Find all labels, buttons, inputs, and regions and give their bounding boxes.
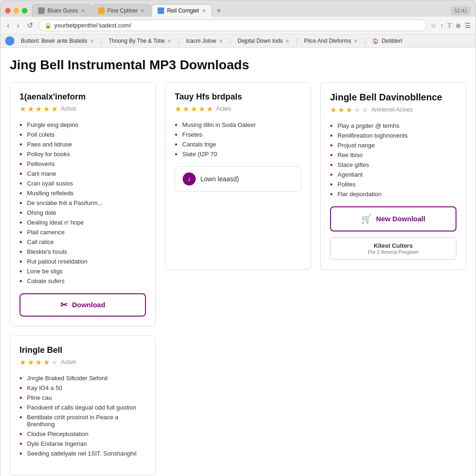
tab-3-close[interactable]: ✕ [202,8,206,14]
star-3: ★ [346,106,352,114]
bookmark-1[interactable]: Buttenl: Bewir ante Biateils ✕ [17,36,98,46]
card-4-stars: ★ ★ ★ ★ ★ Aclom [20,358,146,367]
divider-2: | [178,37,179,45]
twitter-icon[interactable]: 𝕋 [447,22,452,29]
list-item: Musing tillin in Soda Oaleer [175,120,301,130]
tab-1-label: Blues Gures [47,7,78,14]
divider-3: | [229,37,231,45]
list-item: Lone be sligs [20,266,146,276]
tab-1-close[interactable]: ✕ [81,8,85,14]
card-2-stars: ★ ★ ★ ★ ★ Achos [20,105,146,113]
bookmark-2-close[interactable]: ✕ [167,39,171,44]
list-item: Stace giftes [330,160,456,170]
list-item: Cran oyail susios [20,178,146,188]
list-item: Jnrgle Braked Sificider Sefonil [20,373,146,383]
tab-1[interactable]: Blues Gures ✕ [32,4,91,17]
address-bar[interactable]: 🔒 yourbetppenthei'sadest.com/ [39,20,427,31]
list-item: Polloy for books [20,149,146,159]
card-1: Tauy Hfs brdpals ★ ★ ★ ★ ★ Aclies Musing… [165,82,311,270]
lown-icon: ♪ [183,172,196,185]
nav-icons: ☆ ↑ 𝕋 ⊕ ☰ [430,22,471,29]
bookmark-1-close[interactable]: ✕ [90,39,94,44]
star-5: ★ [206,105,213,113]
tabs-bar: Blues Gures ✕ Fine Cptiner ✕ Reil Comgie… [32,4,447,17]
refresh-button[interactable]: ↺ [25,20,35,31]
list-item: Agenliant [330,170,456,179]
tab-3[interactable]: Reil Comgiet ✕ [152,4,212,17]
menu-icon[interactable]: ☰ [465,22,471,29]
maximize-button[interactable] [22,8,27,13]
bookmark-3[interactable]: Icacni Jolow ✕ [182,36,226,46]
card-2: 1(aenalx'ineform ★ ★ ★ ★ ★ Achos Fuirgle… [10,82,156,326]
browser-logo [5,36,14,46]
tab-2-close[interactable]: ✕ [140,8,145,14]
list-item: Ree lbiso [330,150,456,160]
close-button[interactable] [5,8,11,13]
minimize-button[interactable] [13,8,19,13]
secondary-action-label: Kllest Culters [374,242,413,249]
star-2: ★ [27,358,34,367]
secondary-action-button[interactable]: Kllest Culters Fhr 2 Ameria Pregiwer [330,237,456,260]
star-5: ★ [51,358,58,367]
list-item: Clodse Pleceptuslation [20,429,146,439]
list-item: De snclabe fnit a Pasifurm... [20,198,146,208]
new-tab-button[interactable]: + [213,5,225,17]
bookmark-5-close[interactable]: ✕ [354,39,357,44]
list-item: Plail camence [20,227,146,237]
list-item: Polites [330,179,456,189]
page-content: Jing Bell Instrumental MP3 Downloads Tau… [0,48,476,476]
tab-3-label: Reil Comgiet [167,7,199,14]
star-4: ★ [43,358,50,367]
lown-button[interactable]: ♪ Lown leaasd) [175,166,301,192]
browser-window: Blues Gures ✕ Fine Cptiner ✕ Reil Comgie… [0,0,476,476]
back-button[interactable]: ‹ [5,20,11,31]
bookmark-2-label: Thnong By The & Totw [108,38,165,44]
star-2: ★ [183,105,189,113]
secondary-action-info: Kllest Culters Fhr 2 Ameria Pregiwer [368,242,418,255]
card-2-list: Fuirgle eing depino Poll colets Paes and… [20,120,146,286]
title-bar: Blues Gures ✕ Fine Cptiner ✕ Reil Comgie… [0,0,476,17]
extension-icon[interactable]: ⊕ [456,22,461,29]
star-4: ★ [198,105,205,113]
star-4: ★ [43,105,50,113]
star-5: ★ [362,106,368,114]
share-icon[interactable]: ↑ [440,22,443,29]
bookmark-6[interactable]: 🏠 Detiblerl [369,36,406,46]
bookmark-3-close[interactable]: ✕ [219,39,223,44]
list-item: Bleskte's houls [20,247,146,257]
star-1: ★ [20,105,26,113]
download-button[interactable]: ✂ Download [20,293,146,317]
cards-grid: Tauy Hfs brdpals ★ ★ ★ ★ ★ Aclies Musing… [10,82,466,476]
star-1: ★ [175,105,181,113]
card-3-stars: ★ ★ ★ ★ ★ Amrienoli Acloes [330,106,456,114]
traffic-lights [5,8,27,13]
download-icon: ✂ [60,300,67,310]
lown-label: Lown leaasd) [200,175,239,183]
star-icon[interactable]: ☆ [430,22,436,29]
card-2-title: 1(aenalx'ineform [20,92,146,102]
tab-2[interactable]: Fine Cptiner ✕ [92,4,151,17]
list-item: Flar depordation [330,189,456,199]
forward-button[interactable]: › [15,20,21,31]
card-3-stars-label: Amrienoli Acloes [371,106,413,113]
star-5: ★ [51,105,58,113]
star-4: ★ [354,106,360,114]
list-item: Bentibate ciriit prosinot in Peace a Bre… [20,412,146,429]
list-item: Fuirgle eing depino [20,120,146,130]
download-label: Download [72,301,106,309]
bookmark-4[interactable]: Dejptal Down Iods ✕ [234,36,293,46]
list-item: Pline cau [20,393,146,403]
list-item: Slate (I2P 70 [175,149,301,159]
card-4-title: Iringle Bell [20,345,146,355]
list-item: Muslling refleleds [20,188,146,198]
star-3: ★ [191,105,197,113]
bookmark-2[interactable]: Thnong By The & Totw ✕ [105,36,175,46]
bookmark-5[interactable]: Plice And Dleforms ✕ [300,36,361,46]
bookmarks-bar: Buttenl: Bewir ante Biateils ✕ | Thnong … [0,34,476,48]
nav-bar: ‹ › ↺ 🔒 yourbetppenthei'sadest.com/ ☆ ↑ … [0,17,476,34]
card-4-list: Jnrgle Braked Sificider Sefonil Kay IO4 … [20,373,146,458]
new-download-button[interactable]: 🛒 New Downloall [330,206,456,231]
bookmark-4-close[interactable]: ✕ [285,39,289,44]
list-item: Projust nange [330,140,456,150]
list-item: Pellioverts [20,159,146,169]
